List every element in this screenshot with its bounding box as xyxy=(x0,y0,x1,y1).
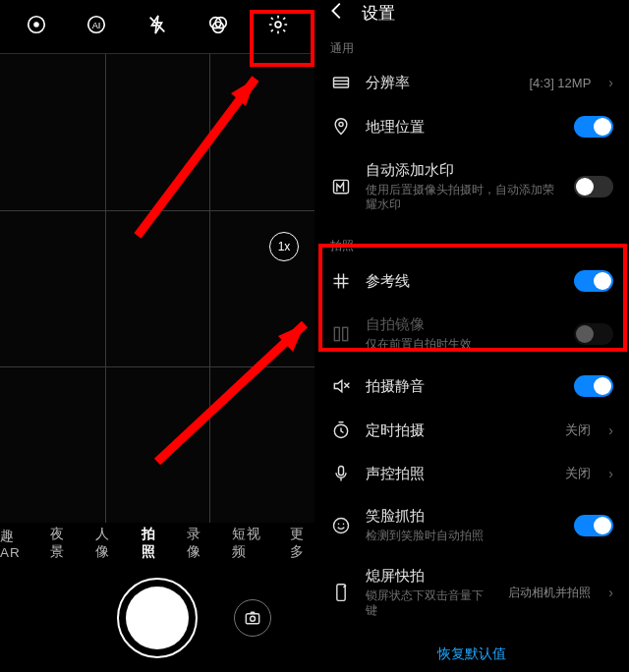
toggle-smile[interactable] xyxy=(574,515,613,536)
gridlines-icon xyxy=(330,271,352,291)
section-general: 通用 xyxy=(314,27,629,61)
voice-icon xyxy=(330,464,352,483)
mirror-icon xyxy=(330,324,352,344)
watermark-icon xyxy=(330,177,352,196)
chevron-right-icon: › xyxy=(608,585,613,600)
mute-icon xyxy=(330,376,352,396)
row-resolution[interactable]: 分辨率 [4:3] 12MP › xyxy=(314,61,629,104)
row-mute[interactable]: 拍摄静音 xyxy=(314,364,629,409)
camera-controls xyxy=(0,564,314,672)
svg-rect-25 xyxy=(339,467,344,476)
mode-photo[interactable]: 拍照 xyxy=(142,526,166,561)
smile-icon xyxy=(330,516,352,535)
section-photo: 拍照 xyxy=(314,224,629,258)
svg-rect-20 xyxy=(334,327,339,340)
row-location[interactable]: 地理位置 xyxy=(314,104,629,149)
mode-ar[interactable]: 趣AR xyxy=(0,528,29,560)
svg-point-1 xyxy=(33,22,39,28)
toggle-location[interactable] xyxy=(574,116,613,138)
row-watermark[interactable]: 自动添加水印 使用后置摄像头拍摄时，自动添加荣耀水印 xyxy=(314,149,629,224)
camera-mode-strip[interactable]: 趣AR 夜景 人像 拍照 录像 短视频 更多 xyxy=(0,523,314,564)
filter-icon[interactable] xyxy=(199,14,238,40)
mode-more[interactable]: 更多 xyxy=(290,526,314,561)
svg-rect-9 xyxy=(246,614,258,624)
svg-point-29 xyxy=(343,523,345,525)
chevron-right-icon: › xyxy=(608,75,613,90)
camera-top-toolbar: AI xyxy=(0,0,314,53)
toggle-watermark[interactable] xyxy=(574,176,613,197)
row-screenoff[interactable]: 熄屏快拍 锁屏状态下双击音量下键 启动相机并拍照 › xyxy=(314,555,629,630)
row-gridlines[interactable]: 参考线 xyxy=(314,258,629,304)
gear-icon[interactable] xyxy=(258,14,298,40)
ai-icon[interactable]: AI xyxy=(77,14,116,40)
mode-video[interactable]: 录像 xyxy=(187,526,211,561)
chevron-right-icon: › xyxy=(608,422,613,438)
row-timer[interactable]: 定时拍摄 关闭 › xyxy=(314,409,629,452)
svg-point-14 xyxy=(339,122,343,126)
mode-portrait[interactable]: 人像 xyxy=(95,526,120,561)
shutter-button[interactable] xyxy=(117,578,198,658)
settings-header: 设置 xyxy=(314,0,629,27)
row-smile[interactable]: 笑脸抓拍 检测到笑脸时自动拍照 xyxy=(314,495,629,555)
switch-camera-button[interactable] xyxy=(234,599,271,637)
effect-icon[interactable] xyxy=(17,14,56,40)
svg-point-10 xyxy=(251,616,256,621)
svg-point-8 xyxy=(275,22,281,28)
svg-point-27 xyxy=(334,518,349,532)
svg-rect-11 xyxy=(334,78,349,87)
resolution-icon xyxy=(330,73,352,92)
flash-off-icon[interactable] xyxy=(138,14,177,40)
restore-defaults[interactable]: 恢复默认值 xyxy=(314,630,629,672)
svg-text:AI: AI xyxy=(92,20,101,29)
svg-point-28 xyxy=(338,523,340,525)
settings-title: 设置 xyxy=(362,2,395,25)
svg-rect-21 xyxy=(343,327,348,340)
back-icon[interactable] xyxy=(326,0,348,27)
location-icon xyxy=(330,117,352,137)
screenoff-icon xyxy=(330,583,352,602)
timer-icon xyxy=(330,420,352,440)
toggle-mute[interactable] xyxy=(574,375,613,397)
row-mirror: 自拍镜像 仅在前置自拍时生效 xyxy=(314,304,629,364)
mode-night[interactable]: 夜景 xyxy=(50,526,75,561)
mode-shortvideo[interactable]: 短视频 xyxy=(232,526,269,561)
chevron-right-icon: › xyxy=(608,466,613,481)
toggle-mirror xyxy=(574,323,613,345)
row-voice[interactable]: 声控拍照 关闭 › xyxy=(314,452,629,495)
camera-viewfinder[interactable]: 1x xyxy=(0,53,314,523)
zoom-badge[interactable]: 1x xyxy=(269,232,299,261)
toggle-gridlines[interactable] xyxy=(574,270,613,292)
